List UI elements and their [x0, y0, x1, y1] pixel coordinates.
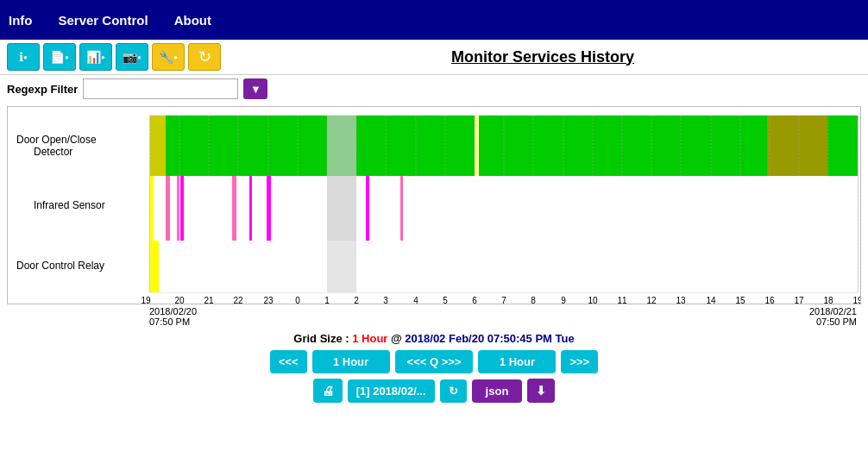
- filter-icon: ▼: [250, 83, 261, 96]
- nav-info[interactable]: Info: [9, 13, 33, 28]
- history-chart: Door Open/Close Detector Infrared Sensor…: [7, 106, 861, 304]
- svg-text:9: 9: [561, 296, 566, 304]
- svg-text:Door Open/Close: Door Open/Close: [16, 134, 97, 146]
- svg-text:14: 14: [706, 296, 716, 304]
- refresh-tool-button[interactable]: ↻: [188, 43, 221, 71]
- grid-info: Grid Size : 1 Hour @ 2018/02 Feb/20 07:5…: [293, 332, 574, 345]
- svg-rect-44: [180, 176, 184, 241]
- svg-rect-41: [150, 176, 858, 241]
- svg-text:6: 6: [472, 296, 477, 304]
- page-title: Monitor Services History: [451, 48, 634, 66]
- chart-tool-icon: 📊: [86, 50, 101, 64]
- svg-text:5: 5: [443, 296, 448, 304]
- filter-label: Regexp Filter: [7, 83, 78, 96]
- chart-tool-button[interactable]: 📊 ●: [79, 43, 112, 71]
- zoom-controls-button[interactable]: <<< Q >>>: [395, 350, 474, 373]
- grid-at: @: [391, 332, 402, 345]
- svg-rect-52: [327, 176, 356, 241]
- svg-text:Detector: Detector: [34, 146, 72, 158]
- chart-container: Door Open/Close Detector Infrared Sensor…: [7, 106, 861, 327]
- svg-text:18: 18: [823, 296, 833, 304]
- svg-text:23: 23: [263, 296, 274, 304]
- nav-row2: 🖨 [1] 2018/02/... ↻ json ⬇: [313, 379, 556, 403]
- svg-rect-14: [327, 116, 356, 176]
- chart-dot-icon: ●: [101, 53, 105, 61]
- svg-text:Infrared Sensor: Infrared Sensor: [34, 199, 105, 211]
- camera-tool-icon: 📷: [123, 50, 137, 64]
- regexp-filter-input[interactable]: [83, 78, 238, 99]
- wrench-tool-button[interactable]: 🔧 ●: [152, 43, 185, 71]
- next-next-button[interactable]: >>>: [561, 350, 598, 373]
- svg-text:11: 11: [617, 296, 627, 304]
- svg-rect-49: [366, 176, 369, 241]
- svg-rect-12: [150, 116, 166, 176]
- nav-server-control[interactable]: Server Control: [59, 13, 148, 28]
- bottom-controls: Grid Size : 1 Hour @ 2018/02 Feb/20 07:5…: [0, 332, 868, 403]
- svg-text:19: 19: [141, 296, 151, 304]
- toolbar: ℹ ● 📄 ● 📊 ● 📷 ● 🔧 ● ↻ Monitor Services H…: [0, 40, 868, 75]
- svg-rect-45: [232, 176, 236, 241]
- wrench-tool-icon: 🔧: [159, 50, 173, 64]
- svg-rect-50: [400, 176, 403, 241]
- svg-text:15: 15: [735, 296, 745, 304]
- json-button[interactable]: json: [472, 379, 523, 403]
- download-icon: ⬇: [536, 384, 546, 398]
- svg-rect-53: [150, 241, 858, 292]
- svg-rect-54: [150, 241, 159, 292]
- svg-rect-55: [327, 241, 356, 292]
- svg-text:17: 17: [794, 296, 804, 304]
- svg-rect-43: [177, 176, 179, 241]
- filter-row: Regexp Filter ▼: [0, 75, 868, 103]
- hour1-button[interactable]: 1 Hour: [312, 350, 390, 373]
- svg-text:22: 22: [233, 296, 243, 304]
- svg-rect-13: [767, 116, 827, 176]
- grid-size-value: 1 Hour: [352, 332, 387, 345]
- doc-tool-button[interactable]: 📄 ●: [43, 43, 76, 71]
- svg-text:Door Control Relay: Door Control Relay: [16, 260, 104, 272]
- svg-text:19: 19: [852, 296, 861, 304]
- svg-text:2: 2: [354, 296, 359, 304]
- svg-text:8: 8: [531, 296, 536, 304]
- download-button[interactable]: ⬇: [527, 379, 555, 403]
- nav-about[interactable]: About: [174, 13, 211, 28]
- info-tool-button[interactable]: ℹ ●: [7, 43, 40, 71]
- svg-rect-47: [267, 176, 271, 241]
- svg-text:12: 12: [646, 296, 657, 304]
- chart-time-start: 2018/02/2007:50 PM: [149, 306, 197, 327]
- wrench-dot-icon: ●: [173, 53, 178, 61]
- info-dot-icon: ●: [23, 53, 28, 61]
- hour2-button[interactable]: 1 Hour: [478, 350, 556, 373]
- svg-text:13: 13: [676, 296, 686, 304]
- camera-tool-button[interactable]: 📷 ●: [116, 43, 148, 71]
- svg-text:3: 3: [383, 296, 388, 304]
- svg-text:4: 4: [413, 296, 418, 304]
- svg-rect-42: [166, 176, 170, 241]
- date-range-label: [1] 2018/02/...: [356, 385, 426, 398]
- print-icon: 🖨: [322, 384, 334, 398]
- camera-dot-icon: ●: [137, 53, 142, 61]
- date-refresh-button[interactable]: ↻: [440, 379, 467, 403]
- svg-rect-11: [150, 116, 858, 176]
- doc-tool-icon: 📄: [50, 50, 65, 64]
- svg-text:7: 7: [501, 296, 506, 304]
- prev-prev-button[interactable]: <<<: [270, 350, 307, 373]
- svg-text:16: 16: [764, 296, 775, 304]
- grid-size-label: Grid Size :: [293, 332, 349, 345]
- grid-datetime: 2018/02 Feb/20 07:50:45 PM Tue: [405, 332, 574, 345]
- svg-text:20: 20: [174, 296, 185, 304]
- navbar: Info Server Control About: [0, 0, 868, 40]
- chart-time-end: 2018/02/2107:50 PM: [809, 306, 857, 327]
- svg-text:0: 0: [295, 296, 300, 304]
- refresh-tool-icon: ↻: [198, 47, 211, 66]
- print-button[interactable]: 🖨: [313, 379, 343, 403]
- svg-rect-51: [150, 176, 154, 241]
- doc-dot-icon: ●: [65, 53, 69, 61]
- svg-rect-15: [475, 116, 479, 176]
- nav-row1: <<< 1 Hour <<< Q >>> 1 Hour >>>: [270, 350, 598, 373]
- svg-text:1: 1: [324, 296, 330, 304]
- date-refresh-icon: ↻: [449, 385, 458, 398]
- svg-text:10: 10: [588, 296, 598, 304]
- filter-button[interactable]: ▼: [243, 78, 267, 99]
- date-range-button[interactable]: [1] 2018/02/...: [348, 379, 435, 403]
- svg-rect-46: [249, 176, 252, 241]
